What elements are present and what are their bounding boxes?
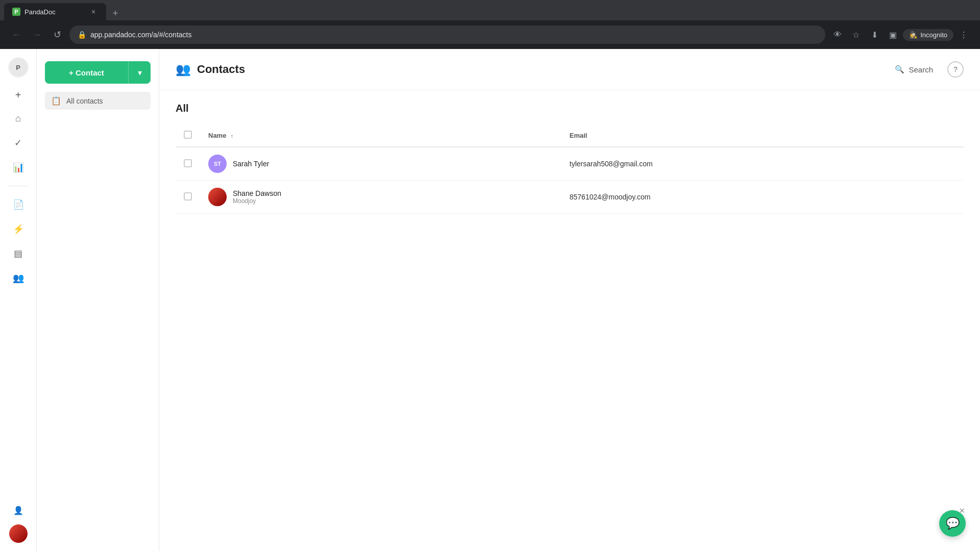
dropdown-arrow-icon: ▾: [138, 68, 142, 78]
nav-tasks-button[interactable]: ✓: [8, 133, 29, 153]
table-row[interactable]: ST Sarah Tyler tylersarah508@gmail.com: [176, 147, 964, 181]
back-button[interactable]: ←: [8, 27, 24, 43]
browser-chrome: P PandaDoc × + ← → ↺ 🔒 app.pandadoc.com/…: [0, 0, 980, 49]
table-header: Name ↑ Email: [176, 124, 964, 147]
add-contact-button[interactable]: + Contact: [45, 61, 128, 84]
contact-name: Shane Dawson: [233, 189, 281, 197]
document-icon: 📄: [13, 199, 24, 210]
check-circle-icon: ✓: [14, 137, 22, 148]
refresh-button[interactable]: ↺: [49, 27, 65, 43]
contact-email: 85761024@moodjoy.com: [570, 193, 651, 201]
search-icon: 🔍: [895, 65, 904, 74]
avatar-image: [9, 524, 28, 543]
table-body: ST Sarah Tyler tylersarah508@gmail.com: [176, 147, 964, 214]
url-text: app.pandadoc.com/a/#/contacts: [90, 31, 817, 39]
nav-templates-button[interactable]: ▤: [8, 243, 29, 264]
contact-cell: ST Sarah Tyler: [208, 155, 553, 173]
contact-info: Sarah Tyler: [233, 160, 269, 168]
help-icon: ?: [953, 65, 958, 73]
home-icon: ⌂: [15, 113, 21, 124]
avatar-photo-inner: [208, 188, 227, 206]
header-name[interactable]: Name ↑: [200, 124, 561, 147]
contact-email-cell: 85761024@moodjoy.com: [561, 181, 964, 214]
active-tab[interactable]: P PandaDoc ×: [4, 3, 106, 20]
incognito-badge[interactable]: 🕵 Incognito: [903, 29, 953, 41]
browser-toolbar-right: 👁 ☆ ⬇ ▣ 🕵 Incognito ⋮: [829, 27, 972, 43]
bookmark-button[interactable]: ☆: [848, 27, 864, 43]
table-row[interactable]: Shane Dawson Moodjoy 85761024@moodjoy.co…: [176, 181, 964, 214]
search-button[interactable]: 🔍 Search: [889, 62, 939, 77]
contact-cell: Shane Dawson Moodjoy: [208, 188, 553, 206]
add-contact-button-group: + Contact ▾: [45, 61, 151, 84]
page-title-icon: 👥: [176, 62, 191, 77]
app-container: P + ⌂ ✓ 📊 📄 ⚡ ▤ 👥 👤: [0, 49, 980, 551]
main-content: 👥 Contacts 🔍 Search ? All: [159, 49, 980, 551]
lock-icon: 🔒: [78, 31, 86, 39]
row-checkbox[interactable]: [184, 192, 192, 201]
help-button[interactable]: ?: [947, 61, 964, 78]
select-all-checkbox[interactable]: [184, 131, 192, 139]
incognito-label: Incognito: [920, 31, 947, 39]
sidebar-item-all-contacts[interactable]: 📋 All contacts: [45, 92, 151, 110]
nav-add-user-button[interactable]: 👤: [8, 500, 29, 520]
name-sort-icon: ↑: [230, 133, 233, 139]
chart-icon: 📊: [13, 162, 24, 173]
forward-button[interactable]: →: [29, 27, 45, 43]
incognito-icon: 🕵: [909, 31, 917, 39]
contact-name-cell: ST Sarah Tyler: [200, 147, 561, 181]
avatar-initials-text: ST: [214, 161, 221, 167]
email-column-label: Email: [570, 132, 587, 139]
contact-avatar: [208, 188, 227, 206]
row-checkbox-cell: [176, 147, 200, 181]
contact-company: Moodjoy: [233, 197, 281, 205]
template-icon: ▤: [14, 248, 22, 259]
contact-info: Shane Dawson Moodjoy: [233, 189, 281, 205]
header-checkbox-col: [176, 124, 200, 147]
tab-title: PandaDoc: [24, 8, 85, 16]
chat-close-button[interactable]: ×: [959, 506, 965, 516]
add-user-icon: 👤: [13, 506, 23, 515]
section-title: All: [176, 103, 964, 114]
chat-icon: 💬: [946, 517, 960, 530]
header-email: Email: [561, 124, 964, 147]
header-row: Name ↑ Email: [176, 124, 964, 147]
eye-off-button[interactable]: 👁: [829, 27, 846, 43]
search-label: Search: [909, 65, 933, 74]
add-contact-dropdown-button[interactable]: ▾: [128, 61, 151, 84]
row-checkbox-cell: [176, 181, 200, 214]
browser-toolbar: ← → ↺ 🔒 app.pandadoc.com/a/#/contacts 👁 …: [0, 20, 980, 49]
address-bar[interactable]: 🔒 app.pandadoc.com/a/#/contacts: [69, 26, 825, 44]
page-title: Contacts: [197, 63, 245, 76]
contact-email-cell: tylersarah508@gmail.com: [561, 147, 964, 181]
contact-email: tylersarah508@gmail.com: [570, 160, 653, 168]
new-tab-button[interactable]: +: [108, 6, 122, 20]
nav-divider: [8, 186, 29, 186]
browser-tabs: P PandaDoc × +: [0, 0, 980, 20]
secondary-sidebar: + Contact ▾ 📋 All contacts: [37, 49, 159, 551]
layout-button[interactable]: ▣: [885, 27, 901, 43]
contacts-icon: 👥: [13, 272, 24, 284]
tab-close-button[interactable]: ×: [89, 7, 98, 16]
download-button[interactable]: ⬇: [866, 27, 883, 43]
more-button[interactable]: ⋮: [955, 27, 972, 43]
nav-sidebar: P + ⌂ ✓ 📊 📄 ⚡ ▤ 👥 👤: [0, 49, 37, 551]
content-area: All Name ↑ Email: [159, 90, 980, 551]
page-header-left: 👥 Contacts: [176, 62, 245, 77]
nav-add-button[interactable]: +: [9, 86, 28, 104]
user-avatar[interactable]: [9, 524, 28, 543]
lightning-icon: ⚡: [13, 223, 24, 235]
page-header: 👥 Contacts 🔍 Search ?: [159, 49, 980, 90]
all-contacts-icon: 📋: [51, 96, 61, 106]
nav-contacts-button[interactable]: 👥: [8, 268, 29, 288]
row-checkbox[interactable]: [184, 159, 192, 167]
header-actions: 🔍 Search ?: [889, 61, 964, 78]
nav-documents-button[interactable]: 📄: [8, 194, 29, 215]
app-logo[interactable]: P: [8, 57, 29, 78]
contact-avatar: ST: [208, 155, 227, 173]
tab-favicon: P: [12, 8, 20, 16]
contacts-table: Name ↑ Email: [176, 124, 964, 214]
nav-analytics-button[interactable]: 📊: [8, 157, 29, 178]
nav-home-button[interactable]: ⌂: [8, 108, 29, 129]
nav-automations-button[interactable]: ⚡: [8, 219, 29, 239]
sidebar-item-label: All contacts: [66, 97, 103, 105]
